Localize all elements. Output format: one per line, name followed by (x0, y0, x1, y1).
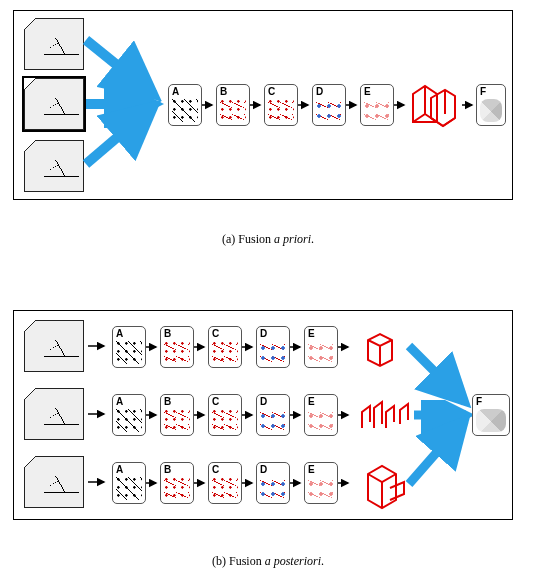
input-thumb-1 (24, 18, 84, 70)
svg-line-2 (86, 106, 154, 164)
stage-label: D (316, 86, 323, 97)
stage-F: F (476, 84, 506, 126)
caption-b: (b) Fusion a posteriori. (0, 554, 536, 569)
row1-3d (360, 326, 410, 374)
input-thumb-2 (24, 388, 84, 440)
stage-label: A (116, 396, 123, 407)
sketch-icon (29, 145, 79, 187)
graph-icon (172, 99, 198, 122)
stage-label: A (116, 328, 123, 339)
stage-label: C (212, 396, 219, 407)
stage-label: C (268, 86, 275, 97)
caption-plain: Fusion (229, 554, 265, 568)
sketch-icon (29, 461, 79, 503)
row1-stage-A: A (112, 326, 146, 368)
input-thumb-2 (24, 78, 84, 130)
stage-label: C (212, 464, 219, 475)
stage-label: D (260, 396, 267, 407)
row3-stage-A: A (112, 462, 146, 504)
sketch-icon (29, 393, 79, 435)
svg-line-0 (86, 40, 154, 95)
stage-label: D (260, 464, 267, 475)
graph-icon (116, 341, 142, 364)
svg-line-29 (409, 420, 465, 484)
svg-line-27 (409, 346, 465, 402)
stage-label: E (364, 86, 371, 97)
stage-label: B (220, 86, 227, 97)
stage-label: D (260, 328, 267, 339)
input-thumb-1 (24, 320, 84, 372)
stage-F: F (472, 394, 510, 436)
caption-a: (a) Fusion a priori. (0, 232, 536, 247)
stage-label: E (308, 464, 315, 475)
stage-label: B (164, 396, 171, 407)
stage-label: C (212, 328, 219, 339)
stage-label: F (476, 396, 482, 407)
caption-italic: a priori (274, 232, 311, 246)
caption-enum: (a) (222, 232, 235, 246)
figure-b: A B C D E A (0, 300, 536, 588)
caption-end: . (321, 554, 324, 568)
input-thumb-3 (24, 140, 84, 192)
sketch-icon (29, 83, 79, 125)
sketch-icon (29, 325, 79, 367)
graph-icon (116, 477, 142, 500)
stage-label: B (164, 328, 171, 339)
caption-enum: (b) (212, 554, 226, 568)
graph-icon (116, 409, 142, 432)
stage-label: A (116, 464, 123, 475)
stage-label: F (480, 86, 486, 97)
stage-label: B (164, 464, 171, 475)
stage-A: A (168, 84, 202, 126)
caption-plain: Fusion (238, 232, 274, 246)
row2-stage-A: A (112, 394, 146, 436)
caption-end: . (311, 232, 314, 246)
stage-label: E (308, 328, 315, 339)
reconstruction-3d (405, 72, 460, 140)
page: A B C D E (0, 0, 536, 588)
figure-a: A B C D E (0, 0, 536, 260)
caption-italic: a posteriori (265, 554, 321, 568)
solid-icon (476, 409, 506, 432)
stage-label: A (172, 86, 179, 97)
input-thumb-3 (24, 456, 84, 508)
sketch-icon (29, 23, 79, 65)
solid-icon (480, 99, 502, 122)
stage-label: E (308, 396, 315, 407)
